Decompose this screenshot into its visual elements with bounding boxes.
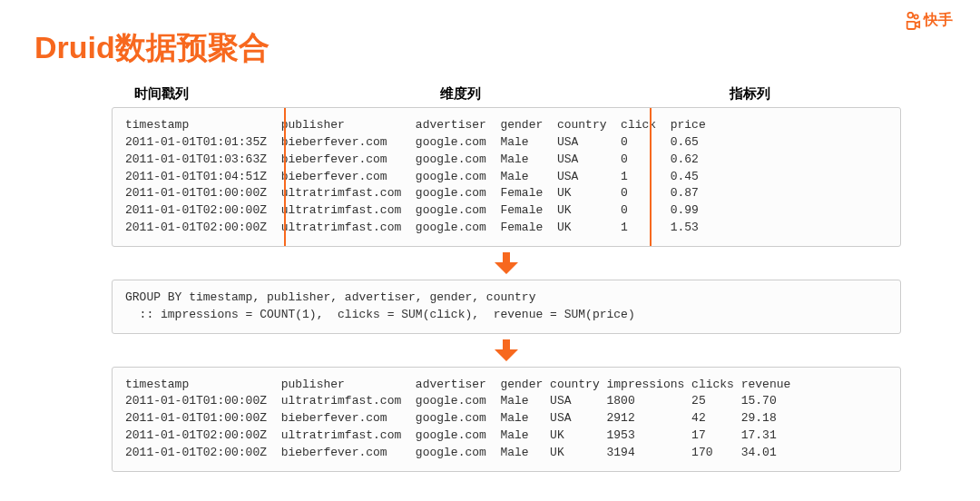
column-separator	[284, 108, 286, 246]
table-content: timestamp publisher advertiser gender co…	[125, 117, 887, 237]
brand-text: 快手	[924, 11, 953, 30]
raw-data-table: timestamp publisher advertiser gender co…	[112, 107, 901, 247]
kuaishou-icon	[905, 12, 921, 30]
svg-point-0	[907, 12, 913, 17]
groupby-expression: GROUP BY timestamp, publisher, advertise…	[112, 280, 901, 334]
groupby-line2: :: impressions = COUNT(1), clicks = SUM(…	[125, 307, 887, 324]
label-metric: 指标列	[636, 85, 863, 103]
brand-logo: 快手	[905, 11, 953, 30]
slide-title: Druid数据预聚合	[34, 27, 946, 69]
label-timestamp: 时间戳列	[112, 85, 284, 103]
aggregated-data-table: timestamp publisher advertiser gender co…	[112, 367, 901, 472]
svg-point-1	[914, 15, 917, 18]
groupby-line1: GROUP BY timestamp, publisher, advertise…	[125, 290, 887, 307]
label-dimension: 维度列	[284, 85, 636, 103]
table-content: timestamp publisher advertiser gender co…	[125, 377, 887, 462]
column-labels: 时间戳列 维度列 指标列	[112, 85, 901, 103]
arrow-down-icon	[112, 252, 901, 274]
arrow-down-icon	[112, 339, 901, 361]
column-separator	[650, 108, 652, 246]
